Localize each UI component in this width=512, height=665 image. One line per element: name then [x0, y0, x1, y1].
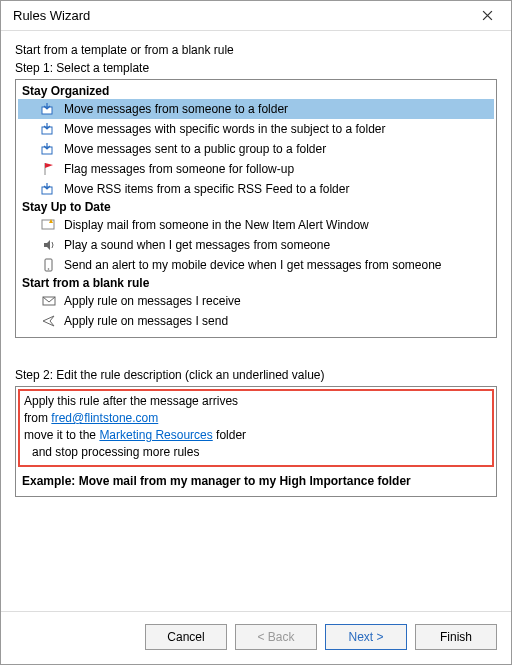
group-header-stay-up-to-date: Stay Up to Date — [18, 199, 494, 215]
desc-line2: from fred@flintstone.com — [24, 410, 488, 427]
template-play-sound[interactable]: Play a sound when I get messages from so… — [18, 235, 494, 255]
send-icon — [40, 313, 58, 329]
template-display-alert-window[interactable]: Display mail from someone in the New Ite… — [18, 215, 494, 235]
template-label: Move messages from someone to a folder — [64, 100, 288, 118]
move-folder-icon — [40, 141, 58, 157]
template-move-subject-words[interactable]: Move messages with specific words in the… — [18, 119, 494, 139]
rules-wizard-dialog: Rules Wizard Start from a template or fr… — [0, 0, 512, 665]
back-button[interactable]: < Back — [235, 624, 317, 650]
dialog-body: Start from a template or from a blank ru… — [1, 31, 511, 611]
titlebar: Rules Wizard — [1, 1, 511, 31]
intro-text: Start from a template or from a blank ru… — [15, 43, 497, 57]
window-title: Rules Wizard — [13, 8, 90, 23]
template-label: Play a sound when I get messages from so… — [64, 236, 330, 254]
sound-icon — [40, 237, 58, 253]
template-label: Move messages with specific words in the… — [64, 120, 385, 138]
move-folder-icon — [40, 181, 58, 197]
template-flag-followup[interactable]: Flag messages from someone for follow-up — [18, 159, 494, 179]
envelope-icon — [40, 293, 58, 309]
desc-line4: and stop processing more rules — [24, 444, 488, 461]
move-folder-icon — [40, 121, 58, 137]
finish-button[interactable]: Finish — [415, 624, 497, 650]
template-label: Flag messages from someone for follow-up — [64, 160, 294, 178]
template-move-from-someone[interactable]: Move messages from someone to a folder — [18, 99, 494, 119]
template-label: Display mail from someone in the New Ite… — [64, 216, 369, 234]
example-text: Example: Move mail from my manager to my… — [22, 471, 490, 490]
close-icon — [482, 10, 493, 21]
group-header-blank-rule: Start from a blank rule — [18, 275, 494, 291]
desc-line1: Apply this rule after the message arrive… — [24, 393, 488, 410]
template-label: Apply rule on messages I receive — [64, 292, 241, 310]
template-send-rule[interactable]: Apply rule on messages I send — [18, 311, 494, 331]
desc-line3: move it to the Marketing Resources folde… — [24, 427, 488, 444]
from-link[interactable]: fred@flintstone.com — [51, 411, 158, 425]
template-label: Move RSS items from a specific RSS Feed … — [64, 180, 349, 198]
template-label: Apply rule on messages I send — [64, 312, 228, 330]
close-button[interactable] — [471, 4, 503, 28]
template-receive-rule[interactable]: Apply rule on messages I receive — [18, 291, 494, 311]
template-move-public-group[interactable]: Move messages sent to a public group to … — [18, 139, 494, 159]
svg-point-6 — [48, 268, 50, 270]
folder-link[interactable]: Marketing Resources — [99, 428, 212, 442]
templates-list: Stay Organized Move messages from someon… — [15, 79, 497, 338]
template-move-rss[interactable]: Move RSS items from a specific RSS Feed … — [18, 179, 494, 199]
template-mobile-alert[interactable]: Send an alert to my mobile device when I… — [18, 255, 494, 275]
button-row: Cancel < Back Next > Finish — [1, 611, 511, 664]
step1-label: Step 1: Select a template — [15, 61, 497, 75]
alert-window-icon — [40, 217, 58, 233]
svg-rect-4 — [42, 220, 54, 229]
template-label: Send an alert to my mobile device when I… — [64, 256, 442, 274]
move-folder-icon — [40, 101, 58, 117]
highlighted-description: Apply this rule after the message arrive… — [18, 389, 494, 467]
next-button[interactable]: Next > — [325, 624, 407, 650]
cancel-button[interactable]: Cancel — [145, 624, 227, 650]
mobile-icon — [40, 257, 58, 273]
group-header-stay-organized: Stay Organized — [18, 83, 494, 99]
rule-description-box: Apply this rule after the message arrive… — [15, 386, 497, 497]
template-label: Move messages sent to a public group to … — [64, 140, 326, 158]
step2-label: Step 2: Edit the rule description (click… — [15, 368, 497, 382]
flag-icon — [40, 161, 58, 177]
